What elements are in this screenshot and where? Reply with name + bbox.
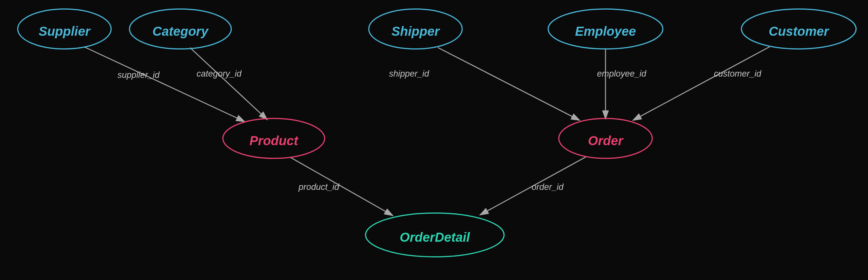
employee-id-label: employee_id [597,69,646,78]
customer-order-line [633,47,770,120]
order-id-label: order_id [531,182,564,192]
category-label: Category [152,24,209,38]
shipper-id-label: shipper_id [389,69,430,78]
shipper-order-line [438,48,580,120]
category-id-label: category_id [196,69,242,78]
product-label: Product [249,134,299,148]
supplier-label: Supplier [39,24,91,38]
diagram-container: Supplier Category Shipper Employee Custo… [0,0,868,280]
orderdetail-label: OrderDetail [400,230,470,244]
product-id-label: product_id [298,182,339,192]
shipper-label: Shipper [392,24,440,38]
category-product-line [190,48,267,120]
employee-label: Employee [575,24,636,38]
supplier-product-line [84,47,245,121]
supplier-id-label: supplier_id [118,70,160,80]
customer-id-label: customer_id [714,69,762,78]
customer-label: Customer [769,24,830,38]
er-diagram: Supplier Category Shipper Employee Custo… [0,0,868,280]
order-label: Order [588,134,624,148]
